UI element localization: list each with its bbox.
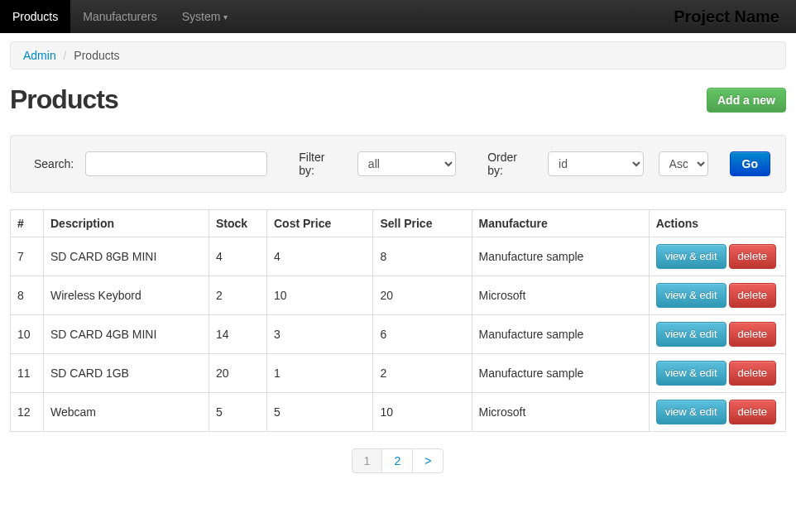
pagination: 12> (10, 448, 786, 473)
page-header: Products Add a new (10, 84, 786, 115)
cell-description: SD CARD 4GB MINI (44, 315, 209, 354)
cell-cost: 4 (267, 237, 373, 276)
col-manufacture: Manufacture (472, 210, 649, 237)
cell-actions: view & editdelete (649, 315, 785, 354)
table-row: 7SD CARD 8GB MINI448Manufacture samplevi… (11, 237, 786, 276)
cell-description: Wireless Keybord (44, 276, 209, 315)
cell-cost: 3 (267, 315, 373, 354)
order-label: Order by: (487, 151, 530, 177)
cell-id: 11 (11, 354, 44, 393)
table-header-row: # Description Stock Cost Price Sell Pric… (11, 210, 786, 237)
nav-products[interactable]: Products (0, 0, 70, 33)
cell-sell: 6 (373, 315, 472, 354)
nav-system-label: System (182, 10, 221, 23)
navbar: Products Manufacturers System ▾ Project … (0, 0, 796, 33)
cell-manufacture: Manufacture sample (472, 354, 649, 393)
table-row: 8Wireless Keybord21020Microsoftview & ed… (11, 276, 786, 315)
cell-description: SD CARD 1GB (44, 354, 209, 393)
table-row: 10SD CARD 4GB MINI1436Manufacture sample… (11, 315, 786, 354)
cell-description: Webcam (44, 393, 209, 432)
cell-stock: 20 (209, 354, 267, 393)
nav-manufacturers[interactable]: Manufacturers (70, 0, 169, 33)
order-dir-select[interactable]: Asc (659, 151, 708, 176)
breadcrumb-divider: / (60, 49, 71, 62)
page-1: 1 (352, 448, 383, 473)
order-field-select[interactable]: id (548, 151, 644, 176)
navbar-nav: Products Manufacturers System ▾ (0, 0, 240, 33)
cell-actions: view & editdelete (649, 237, 785, 276)
cell-actions: view & editdelete (649, 276, 785, 315)
view-edit-button[interactable]: view & edit (656, 283, 726, 308)
go-button[interactable]: Go (730, 151, 770, 176)
view-edit-button[interactable]: view & edit (656, 361, 726, 386)
caret-down-icon: ▾ (223, 12, 228, 22)
cell-actions: view & editdelete (649, 393, 785, 432)
cell-stock: 5 (209, 393, 267, 432)
delete-button[interactable]: delete (729, 361, 776, 386)
cell-sell: 2 (373, 354, 472, 393)
col-actions: Actions (649, 210, 785, 237)
cell-manufacture: Manufacture sample (472, 237, 649, 276)
col-id: # (11, 210, 44, 237)
cell-manufacture: Microsoft (472, 276, 649, 315)
page-2[interactable]: 2 (381, 448, 413, 473)
delete-button[interactable]: delete (729, 322, 776, 347)
breadcrumb-current: Products (74, 49, 119, 62)
brand: Project Name (674, 0, 779, 33)
filter-label: Filter by: (299, 151, 339, 177)
delete-button[interactable]: delete (729, 283, 776, 308)
col-sell: Sell Price (373, 210, 472, 237)
cell-cost: 1 (267, 354, 373, 393)
view-edit-button[interactable]: view & edit (656, 244, 726, 269)
products-table: # Description Stock Cost Price Sell Pric… (10, 209, 786, 432)
cell-id: 12 (11, 393, 44, 432)
cell-id: 8 (11, 276, 44, 315)
filter-bar: Search: Filter by: all Order by: id Asc … (10, 135, 786, 193)
cell-stock: 14 (209, 315, 267, 354)
add-new-button[interactable]: Add a new (707, 88, 786, 113)
view-edit-button[interactable]: view & edit (656, 322, 726, 347)
table-row: 12Webcam5510Microsoftview & editdelete (11, 393, 786, 432)
page->[interactable]: > (412, 448, 444, 473)
cell-sell: 10 (373, 393, 472, 432)
cell-cost: 5 (267, 393, 373, 432)
filter-select[interactable]: all (357, 151, 456, 176)
view-edit-button[interactable]: view & edit (656, 400, 726, 424)
search-input[interactable] (85, 151, 267, 176)
cell-id: 7 (11, 237, 44, 276)
delete-button[interactable]: delete (729, 400, 776, 424)
cell-actions: view & editdelete (649, 354, 785, 393)
cell-cost: 10 (267, 276, 373, 315)
delete-button[interactable]: delete (729, 244, 776, 269)
cell-description: SD CARD 8GB MINI (44, 237, 209, 276)
table-row: 11SD CARD 1GB2012Manufacture sampleview … (11, 354, 786, 393)
breadcrumb-admin[interactable]: Admin (23, 49, 56, 62)
search-label: Search: (34, 157, 74, 170)
nav-system-dropdown[interactable]: System ▾ (170, 0, 241, 33)
cell-id: 10 (11, 315, 44, 354)
page-title: Products (10, 84, 118, 115)
col-cost: Cost Price (267, 210, 373, 237)
cell-sell: 20 (373, 276, 472, 315)
cell-manufacture: Microsoft (472, 393, 649, 432)
col-stock: Stock (209, 210, 267, 237)
cell-manufacture: Manufacture sample (472, 315, 649, 354)
cell-stock: 4 (209, 237, 267, 276)
col-description: Description (44, 210, 209, 237)
breadcrumb: Admin / Products (10, 41, 786, 69)
cell-sell: 8 (373, 237, 472, 276)
cell-stock: 2 (209, 276, 267, 315)
